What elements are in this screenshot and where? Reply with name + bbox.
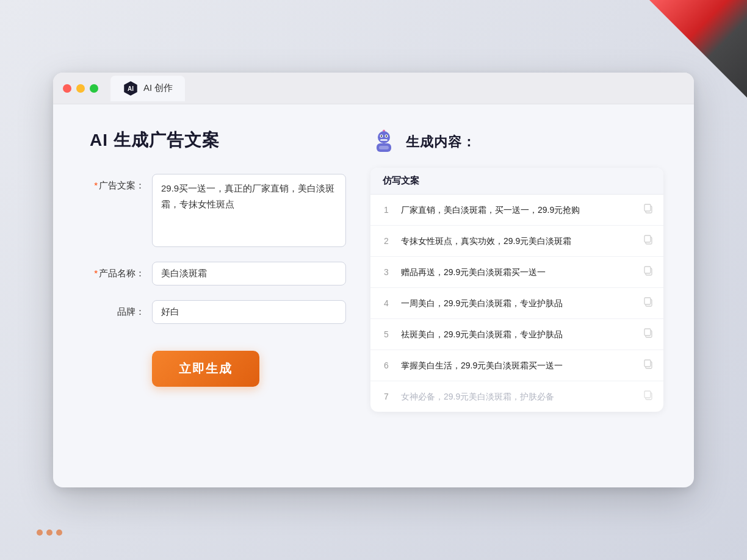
row-number: 2 <box>380 236 392 246</box>
maximize-button[interactable] <box>90 84 98 93</box>
table-row: 3赠品再送，29.9元美白淡斑霜买一送一 <box>370 257 663 288</box>
copy-icon[interactable] <box>643 328 654 341</box>
copy-icon[interactable] <box>643 203 654 217</box>
left-panel: AI 生成广告文案 *广告文案： 29.9买一送一，真正的厂家直销，美白淡斑霜，… <box>90 129 346 412</box>
svg-point-7 <box>386 135 387 137</box>
title-bar: AI AI 创作 <box>53 73 694 104</box>
right-panel: 生成内容： 仿写文案 1厂家直销，美白淡斑霜，买一送一，29.9元抢购2专抹女性… <box>370 129 663 412</box>
row-number: 6 <box>380 361 392 370</box>
row-text: 专抹女性斑点，真实功效，29.9元美白淡斑霜 <box>401 235 634 248</box>
result-title: 生成内容： <box>406 133 476 151</box>
product-name-label: *产品名称： <box>90 262 145 279</box>
table-row: 2专抹女性斑点，真实功效，29.9元美白淡斑霜 <box>370 226 663 257</box>
table-row: 6掌握美白生活，29.9元美白淡斑霜买一送一 <box>370 350 663 381</box>
row-text: 赠品再送，29.9元美白淡斑霜买一送一 <box>401 266 634 279</box>
row-number: 5 <box>380 329 392 339</box>
row-text: 女神必备，29.9元美白淡斑霜，护肤必备 <box>401 390 634 403</box>
robot-icon <box>370 129 397 156</box>
row-number: 3 <box>380 267 392 277</box>
close-button[interactable] <box>63 84 71 93</box>
main-content: AI 生成广告文案 *广告文案： 29.9买一送一，真正的厂家直销，美白淡斑霜，… <box>53 104 694 436</box>
product-name-field-group: *产品名称： <box>90 262 346 285</box>
svg-rect-10 <box>383 131 384 134</box>
svg-rect-27 <box>644 391 651 398</box>
brand-field-group: 品牌： <box>90 300 346 324</box>
svg-rect-25 <box>644 360 651 367</box>
required-star-ad: * <box>94 180 98 190</box>
table-row: 7女神必备，29.9元美白淡斑霜，护肤必备 <box>370 381 663 412</box>
bottom-dots <box>37 529 62 536</box>
result-table: 仿写文案 1厂家直销，美白淡斑霜，买一送一，29.9元抢购2专抹女性斑点，真实功… <box>370 168 663 412</box>
page-title: AI 生成广告文案 <box>90 129 346 152</box>
copy-icon[interactable] <box>643 234 654 248</box>
svg-point-6 <box>381 135 382 137</box>
product-name-input[interactable] <box>152 262 346 285</box>
svg-rect-15 <box>644 204 651 211</box>
table-row: 1厂家直销，美白淡斑霜，买一送一，29.9元抢购 <box>370 195 663 226</box>
svg-text:AI: AI <box>128 85 134 92</box>
table-header: 仿写文案 <box>370 168 663 195</box>
result-header: 生成内容： <box>370 129 663 156</box>
svg-rect-12 <box>379 146 389 149</box>
svg-rect-17 <box>644 235 651 242</box>
copy-icon[interactable] <box>643 265 654 279</box>
row-number: 4 <box>380 298 392 308</box>
ad-copy-input[interactable]: 29.9买一送一，真正的厂家直销，美白淡斑霜，专抹女性斑点 <box>152 174 346 247</box>
minimize-button[interactable] <box>76 84 85 93</box>
svg-rect-19 <box>644 267 651 273</box>
traffic-lights <box>63 84 98 93</box>
copy-icon[interactable] <box>643 390 654 403</box>
table-row: 4一周美白，29.9元美白淡斑霜，专业护肤品 <box>370 288 663 319</box>
ai-creation-tab[interactable]: AI AI 创作 <box>110 76 185 101</box>
ad-copy-field-group: *广告文案： 29.9买一送一，真正的厂家直销，美白淡斑霜，专抹女性斑点 <box>90 174 346 247</box>
row-number: 7 <box>380 392 392 401</box>
ad-copy-label: *广告文案： <box>90 174 145 192</box>
svg-rect-21 <box>644 298 651 304</box>
browser-window: AI AI 创作 AI 生成广告文案 *广告文案： 29.9买一送一，真正的厂家… <box>53 73 694 487</box>
required-star-product: * <box>94 268 98 278</box>
svg-point-13 <box>383 130 385 132</box>
brand-label: 品牌： <box>90 300 145 318</box>
copy-icon[interactable] <box>643 296 654 310</box>
brand-input[interactable] <box>152 300 346 324</box>
copy-icon[interactable] <box>643 359 654 372</box>
generate-button[interactable]: 立即生成 <box>152 351 259 387</box>
ai-logo-icon: AI <box>123 81 139 96</box>
row-text: 祛斑美白，29.9元美白淡斑霜，专业护肤品 <box>401 328 634 341</box>
result-rows-container: 1厂家直销，美白淡斑霜，买一送一，29.9元抢购2专抹女性斑点，真实功效，29.… <box>370 195 663 412</box>
svg-rect-8 <box>380 139 388 141</box>
row-text: 掌握美白生活，29.9元美白淡斑霜买一送一 <box>401 359 634 372</box>
table-row: 5祛斑美白，29.9元美白淡斑霜，专业护肤品 <box>370 319 663 350</box>
row-text: 厂家直销，美白淡斑霜，买一送一，29.9元抢购 <box>401 204 634 217</box>
row-number: 1 <box>380 205 392 215</box>
tab-label: AI 创作 <box>143 82 173 94</box>
row-text: 一周美白，29.9元美白淡斑霜，专业护肤品 <box>401 297 634 310</box>
svg-rect-23 <box>644 329 651 336</box>
